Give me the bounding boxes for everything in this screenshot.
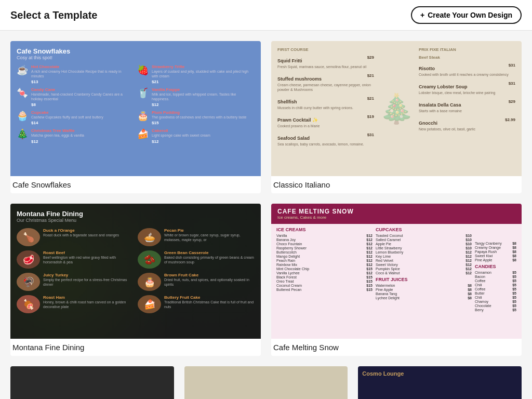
ms-choco-fountain: Choco Fountain$12 bbox=[276, 242, 373, 246]
mt-bean-img: 🫘 bbox=[138, 250, 161, 269]
mt-roast-beef: 🥩 Roast Beef Beef wellington with red wi… bbox=[17, 250, 134, 269]
template-preview-montana: Montana Fine Dining Our Christmas Specia… bbox=[10, 204, 261, 339]
ms-oreo-treat: Oreo Treat$15 bbox=[276, 280, 373, 283]
ms-tangy-cranberry: Tangy Cranberry$8 bbox=[475, 242, 516, 245]
sf-item-cakeroll: 🍰 Cakeroll Light sponge cake with sweet … bbox=[137, 128, 255, 143]
cl-insalata: Insalata Della Casa $29 Starts with a ba… bbox=[419, 99, 515, 113]
ms-butter: Butter$5 bbox=[475, 291, 516, 295]
mt-ham-img: 🍖 bbox=[17, 295, 40, 313]
template-label-melting: Cafe Melting Snow bbox=[271, 339, 522, 356]
cl-seafood-salad: Seafood Salad $31 Sea scallops, baby car… bbox=[277, 132, 374, 147]
ms-pine-apple: Pine Apple$8 bbox=[376, 288, 472, 291]
ms-coco-walnut: Coco & Walnut$12 bbox=[376, 271, 472, 275]
cl-left-col: First Course Squid Fritti $29 Fresh Squi… bbox=[277, 47, 374, 170]
ms-fruit-juices-title: FRUIT JUICES bbox=[376, 277, 472, 282]
mt-roast-ham: 🍖 Roast Ham Honey, brown & chilli roast … bbox=[17, 295, 134, 313]
ms-cupcakes-title: CUPCAKES bbox=[376, 227, 472, 232]
bottom-card-cosmo[interactable]: Cosmo Lounge bbox=[358, 366, 522, 399]
sf-waffle-icon: 🎄 bbox=[17, 128, 28, 140]
bottom-cards-row: Cosmo Lounge bbox=[0, 366, 532, 399]
sf-cakeroll-icon: 🍰 bbox=[137, 128, 149, 140]
template-card-classico-italiano[interactable]: First Course Squid Fritti $29 Fresh Squi… bbox=[271, 41, 522, 193]
ms-papaya-rush: Papaya Rush$8 bbox=[475, 250, 516, 254]
ms-black-forest: Black Forest$15 bbox=[276, 275, 373, 279]
ms-pumpkin-spice: Pumpkin Spice$12 bbox=[376, 267, 472, 271]
mt-fruit-cake-img: 🎂 bbox=[138, 273, 161, 291]
mt-title: Montana Fine Dining bbox=[17, 210, 255, 218]
ms-sweet-victory: Sweet Victory$12 bbox=[376, 263, 472, 267]
mt-duck: 🍗 Duck a l'Orange Roast duck with a biga… bbox=[17, 228, 134, 246]
ms-ice-creams-col: ICE CREAMS Vanilla$12 Banana Joy$12 Choc… bbox=[276, 227, 373, 312]
ms-header-sub: Ice creams, Cakes & more bbox=[277, 215, 515, 220]
mt-buttery-fruit-cake: 🍰 Buttery Fruit Cake Traditional British… bbox=[138, 295, 255, 313]
bottom-preview-cosmo: Cosmo Lounge bbox=[358, 366, 522, 399]
template-card-melting-snow[interactable]: CAFE MELTING SNOW Ice creams, Cakes & mo… bbox=[271, 204, 522, 356]
mt-beef-img: 🥩 bbox=[17, 250, 40, 269]
ms-vanilla: Vanilla$12 bbox=[276, 234, 373, 237]
cosmo-lounge-label: Cosmo Lounge bbox=[362, 370, 404, 377]
sf-item-christmas-waffle: 🎄 Christmas Tree Waffle Matcha green tea… bbox=[17, 128, 134, 143]
ms-header: CAFE MELTING SNOW Ice creams, Cakes & mo… bbox=[271, 204, 522, 224]
mt-items-grid: 🍗 Duck a l'Orange Roast duck with a biga… bbox=[17, 228, 255, 313]
sf-cupcake-icon: 🧁 bbox=[17, 110, 28, 122]
ms-banana-joy: Banana Joy$12 bbox=[276, 238, 373, 242]
plus-icon: + bbox=[420, 11, 424, 19]
sf-hot-chocolate-icon: ☕ bbox=[17, 64, 28, 76]
ms-candies-title: CANDIES bbox=[475, 264, 516, 269]
create-design-button[interactable]: + Create Your Own Design bbox=[411, 6, 522, 24]
ms-chili-2: Chili$5 bbox=[475, 296, 516, 299]
template-label-classico: Classico Italiano bbox=[271, 176, 522, 193]
mt-buttery-cake-img: 🍰 bbox=[138, 295, 161, 313]
ms-right-col: Tangy Cranberry$8 Creamy Orange$8 Papaya… bbox=[475, 227, 516, 312]
sf-items-grid: ☕ Hot Chocolate A rich and creamy Hot Ch… bbox=[17, 64, 255, 144]
ms-little-strawberry: Little Strawberry$10 bbox=[376, 246, 472, 250]
ms-raspberry: Raspberry Shower$12 bbox=[276, 246, 373, 250]
template-card-montana[interactable]: Montana Fine Dining Our Christmas Specia… bbox=[10, 204, 261, 356]
ms-mint-choc: Mint Chocolate Chip$15 bbox=[276, 267, 373, 271]
ms-peach-rain: Peach Rain$12 bbox=[276, 259, 373, 262]
mt-brown-fruit-cake: 🎂 Brown Fruit Cake Dried fruit, nuts, an… bbox=[138, 273, 255, 291]
bottom-card-1[interactable] bbox=[10, 366, 174, 399]
sf-item-candy-cane: 🍬 Candy Cane Handmade, hand-cracked Cran… bbox=[17, 87, 134, 107]
cl-right-col: Prix Fixe Italian Beef Steak Risotto $31… bbox=[419, 47, 515, 170]
ms-vanilla-lychee: Vanilla Lychee$12 bbox=[276, 271, 373, 275]
sf-frappe-icon: 🥤 bbox=[137, 87, 149, 99]
ms-rainbow-mix: Rainbow Mix$12 bbox=[276, 263, 373, 267]
cl-squid-fritti: Squid Fritti $29 Fresh Squid, marinara s… bbox=[277, 55, 374, 69]
ms-banana-tang: Banana Tang$8 bbox=[376, 292, 472, 296]
ms-creamy-orange: Creamy Orange$8 bbox=[475, 246, 516, 249]
mt-green-bean: 🫘 Green Bean Casserole Baked dish consis… bbox=[138, 250, 255, 269]
ms-key-lime: Key Lime$12 bbox=[376, 255, 472, 258]
mt-sub: Our Christmas Special Menu bbox=[17, 218, 255, 223]
create-button-label: Create Your Own Design bbox=[428, 11, 512, 19]
ms-coconut-cream: Coconut Cream$15 bbox=[276, 284, 373, 287]
template-label-snowflakes: Cafe Snowflakes bbox=[10, 176, 261, 193]
ms-cinnamon: Cinnamon$5 bbox=[475, 271, 516, 274]
template-preview-melting: CAFE MELTING SNOW Ice creams, Cakes & mo… bbox=[271, 204, 522, 339]
cl-lobster-soup: Creamy Lobster Soup $31 Lobster bisque, … bbox=[419, 81, 515, 95]
page-title: Select a Template bbox=[10, 9, 97, 21]
ms-apple-pie: Apple Pie$10 bbox=[376, 242, 472, 246]
sf-sub: Cosy at this spot! bbox=[17, 55, 255, 60]
template-card-cafe-snowflakes[interactable]: Cafe Snowflakes Cosy at this spot! ☕ Hot… bbox=[10, 41, 261, 193]
ms-lychee-delight: Lychee Delight$8 bbox=[376, 296, 472, 300]
bottom-card-2[interactable] bbox=[184, 366, 348, 399]
cl-prawn-cocktail: Prawn Cocktail ✨ $19 Cooked prawns in a … bbox=[277, 114, 374, 128]
ms-cupcakes-col: CUPCAKES Toasted Coconut$10 Salted Caram… bbox=[376, 227, 472, 312]
sf-item-cupcake: 🧁 Cupcake Cashew Cupcakes fluffy and sof… bbox=[17, 110, 134, 125]
ms-coffee: Coffee$5 bbox=[475, 279, 516, 283]
ms-berry: Berry$5 bbox=[475, 308, 516, 312]
cl-gnocchi: Gnocchi $2.99 New potatoes, olive oil, b… bbox=[419, 117, 515, 131]
mt-pecan-pie: 🥧 Pecan Pie White or brown sugar, cane s… bbox=[138, 228, 255, 246]
ms-coffee-2: Coffee$5 bbox=[475, 287, 516, 291]
cl-shellfish: Shellfish $21 Mussels in chilli curry bu… bbox=[277, 96, 374, 110]
page-header: Select a Template + Create Your Own Desi… bbox=[0, 0, 532, 31]
mt-duck-img: 🍗 bbox=[17, 228, 40, 246]
sf-item-hot-chocolate: ☕ Hot Chocolate A rich and creamy Hot Ch… bbox=[17, 64, 134, 84]
ms-watermelon: Watermelon$8 bbox=[376, 284, 472, 287]
sf-item-strawberry-trifle: 🍓 Strawberry Trifle Layers of custard an… bbox=[137, 64, 255, 84]
cl-stuffed-mushrooms: Stuffed mushrooms $21 Cream cheese, parm… bbox=[277, 73, 374, 92]
template-label-montana: Montana Fine Dining bbox=[10, 339, 261, 356]
sf-title: Cafe Snowflakes bbox=[17, 47, 255, 55]
templates-grid: Cafe Snowflakes Cosy at this spot! ☕ Hot… bbox=[0, 31, 532, 366]
